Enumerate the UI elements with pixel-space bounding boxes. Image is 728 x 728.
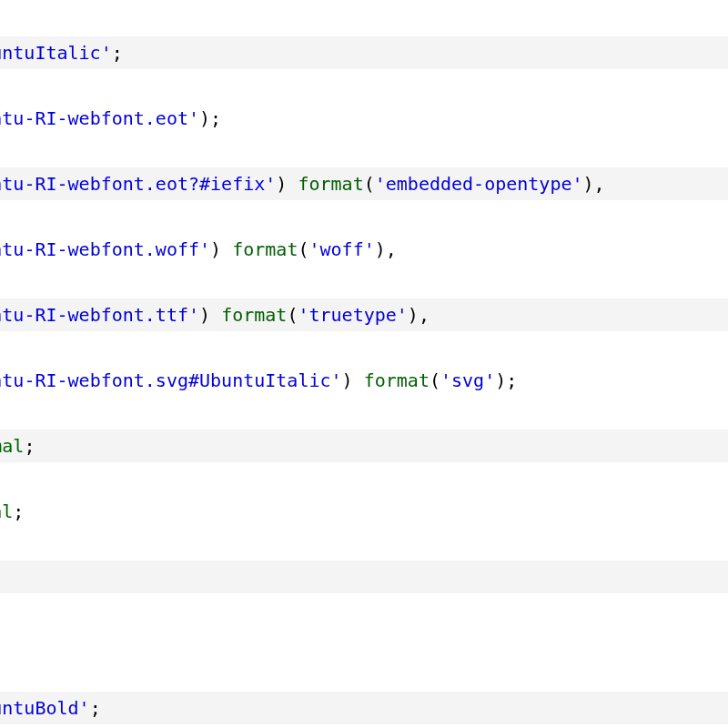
- code-func: format: [232, 238, 298, 260]
- code-line: [0, 561, 728, 593]
- code-text: ),: [408, 304, 430, 326]
- code-text: );: [199, 107, 221, 129]
- code-line: y: 'UbuntuBold';: [0, 692, 728, 724]
- code-line: l('Ubuntu-RI-webfont.eot?#iefix') format…: [0, 167, 728, 200]
- code-text: );: [495, 369, 517, 391]
- code-text: ;: [112, 42, 123, 64]
- code-func: format: [221, 304, 287, 326]
- code-line: l('Ubuntu-RI-webfont.ttf') format('truet…: [0, 298, 728, 331]
- code-string: 'woff': [308, 238, 374, 260]
- code-line: t: normal;: [0, 430, 728, 462]
- code-text: ;: [24, 435, 35, 457]
- code-text: ): [210, 238, 232, 260]
- code-text: ),: [583, 173, 605, 195]
- code-text: (: [287, 304, 298, 326]
- code-line: : normal;: [0, 495, 728, 528]
- code-value: normal: [0, 435, 24, 457]
- code-string: 'Ubuntu-RI-webfont.svg#UbuntuItalic': [0, 369, 342, 391]
- code-func: format: [364, 369, 430, 391]
- code-text: ),: [375, 238, 397, 260]
- code-string: 'UbuntuItalic': [0, 42, 112, 64]
- code-text: ;: [13, 500, 24, 522]
- code-string: 'Ubuntu-RI-webfont.eot?#iefix': [0, 173, 276, 195]
- code-text: ): [342, 369, 364, 391]
- code-string: 'Ubuntu-RI-webfont.eot': [0, 107, 199, 129]
- code-line: y: 'UbuntuItalic';: [0, 36, 728, 69]
- code-line: l('Ubuntu-RI-webfont.svg#UbuntuItalic') …: [0, 364, 728, 397]
- code-text: (: [430, 369, 440, 391]
- code-line: [0, 626, 728, 659]
- code-string: 'truetype': [298, 304, 407, 326]
- code-text: ;: [90, 697, 101, 719]
- code-value: normal: [0, 500, 13, 522]
- code-text: (: [364, 173, 375, 195]
- code-text: ): [276, 173, 298, 195]
- code-text: (: [298, 238, 308, 260]
- code-string: 'UbuntuBold': [0, 697, 90, 719]
- code-line: l('Ubuntu-RI-webfont.woff') format('woff…: [0, 233, 728, 266]
- code-string: 'embedded-opentype': [375, 173, 583, 195]
- code-text: ): [199, 304, 221, 326]
- code-block: y: 'UbuntuItalic'; l('Ubuntu-RI-webfont.…: [0, 0, 728, 728]
- code-line: l('Ubuntu-RI-webfont.eot');: [0, 102, 728, 135]
- code-string: 'svg': [440, 369, 495, 391]
- code-func: format: [298, 173, 363, 195]
- code-string: 'Ubuntu-RI-webfont.woff': [0, 238, 210, 260]
- code-string: 'Ubuntu-RI-webfont.ttf': [0, 304, 199, 326]
